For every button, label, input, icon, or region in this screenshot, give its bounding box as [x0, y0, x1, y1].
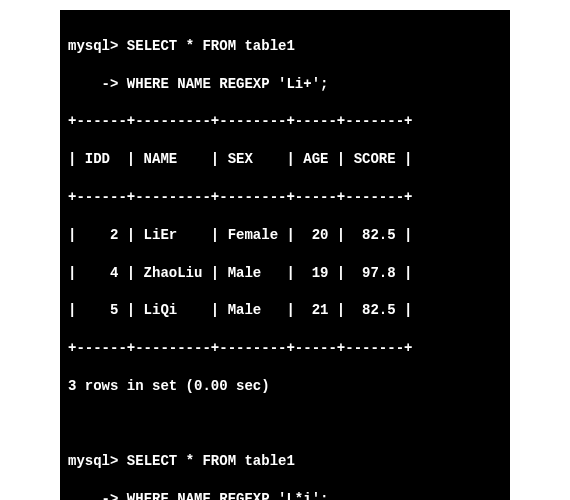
- sql-statement: SELECT * FROM table1: [127, 38, 295, 54]
- mysql-prompt: mysql>: [68, 453, 118, 469]
- query2-line2: -> WHERE NAME REGEXP 'L*i';: [68, 490, 502, 500]
- continuation-prompt: ->: [68, 491, 118, 500]
- table1-border-bottom: +------+---------+--------+-----+-------…: [68, 339, 502, 358]
- query1-line2: -> WHERE NAME REGEXP 'Li+';: [68, 75, 502, 94]
- query1-summary: 3 rows in set (0.00 sec): [68, 377, 502, 396]
- sql-where-clause: WHERE NAME REGEXP 'L*i';: [127, 491, 329, 500]
- continuation-prompt: ->: [68, 76, 118, 92]
- table-row: | 5 | LiQi | Male | 21 | 82.5 |: [68, 301, 502, 320]
- query2-line1: mysql> SELECT * FROM table1: [68, 452, 502, 471]
- query1-line1: mysql> SELECT * FROM table1: [68, 37, 502, 56]
- table-row: | 2 | LiEr | Female | 20 | 82.5 |: [68, 226, 502, 245]
- table1-border-top: +------+---------+--------+-----+-------…: [68, 112, 502, 131]
- sql-statement: SELECT * FROM table1: [127, 453, 295, 469]
- spacer: [68, 415, 502, 434]
- table1-header: | IDD | NAME | SEX | AGE | SCORE |: [68, 150, 502, 169]
- mysql-prompt: mysql>: [68, 38, 118, 54]
- table-row: | 4 | ZhaoLiu | Male | 19 | 97.8 |: [68, 264, 502, 283]
- mysql-terminal: mysql> SELECT * FROM table1 -> WHERE NAM…: [60, 10, 510, 500]
- sql-where-clause: WHERE NAME REGEXP 'Li+';: [127, 76, 329, 92]
- table1-border-mid: +------+---------+--------+-----+-------…: [68, 188, 502, 207]
